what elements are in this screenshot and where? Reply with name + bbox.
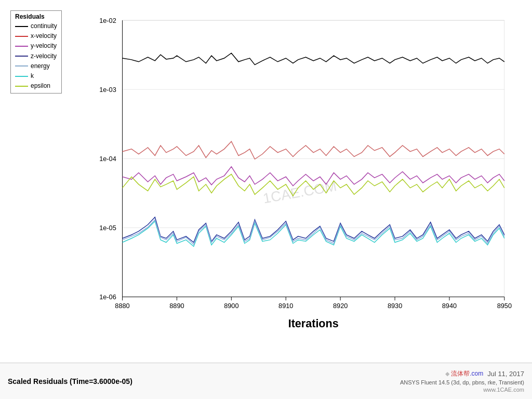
- legend-item-continuity: continuity: [15, 21, 57, 31]
- legend-line-energy: [15, 65, 28, 66]
- legend-item-z-velocity: z-velocity: [15, 51, 57, 61]
- svg-text:1e-03: 1e-03: [99, 86, 116, 94]
- svg-text:8950: 8950: [497, 302, 512, 310]
- svg-text:1e-05: 1e-05: [99, 224, 116, 232]
- svg-text:8930: 8930: [388, 302, 402, 310]
- svg-text:Iterations: Iterations: [288, 317, 339, 330]
- chart-inner: Residuals continuity x-velocity y-veloci…: [5, 5, 527, 357]
- main-container: Residuals continuity x-velocity y-veloci…: [0, 0, 532, 399]
- footer-logo-blue: .com: [470, 370, 483, 377]
- legend-line-y-velocity: [15, 46, 28, 47]
- svg-text:8910: 8910: [278, 302, 293, 310]
- legend-line-k: [15, 76, 28, 77]
- chart-area: Residuals continuity x-velocity y-veloci…: [0, 0, 532, 363]
- legend-item-x-velocity: x-velocity: [15, 31, 57, 41]
- svg-text:8940: 8940: [442, 302, 457, 310]
- footer-title: Scaled Residuals (Time=3.6000e-05): [8, 377, 132, 385]
- legend-line-epsilon: [15, 86, 28, 87]
- footer-logo-watermark: ◆ 流体帮.com: [445, 369, 483, 378]
- footer-ansys: ANSYS Fluent 14.5 (3d, dp, pbns, rke, Tr…: [400, 379, 524, 385]
- legend-title: Residuals: [15, 13, 57, 20]
- svg-text:8890: 8890: [169, 302, 184, 310]
- legend-line-z-velocity: [15, 56, 28, 57]
- svg-text:1e-06: 1e-06: [99, 294, 116, 301]
- footer-date: Jul 11, 2017: [487, 370, 524, 378]
- svg-text:8920: 8920: [333, 302, 348, 310]
- legend-item-epsilon: epsilon: [15, 81, 57, 91]
- legend: Residuals continuity x-velocity y-veloci…: [10, 10, 62, 94]
- svg-text:8880: 8880: [115, 302, 129, 310]
- footer-logo-red: 流体帮: [451, 370, 470, 377]
- svg-text:8900: 8900: [224, 302, 238, 310]
- svg-text:1e-04: 1e-04: [99, 155, 116, 163]
- svg-text:1e-02: 1e-02: [99, 17, 116, 24]
- chart-svg: 1e-02 1e-03 1e-04 1e-05 1e-06 8880 8890: [5, 5, 527, 357]
- footer: Scaled Residuals (Time=3.6000e-05) ◆ 流体帮…: [0, 363, 532, 399]
- legend-line-x-velocity: [15, 36, 28, 37]
- legend-line-continuity: [15, 26, 28, 27]
- legend-item-k: k: [15, 71, 57, 81]
- legend-item-energy: energy: [15, 61, 57, 71]
- footer-website: www.1CAE.com: [483, 387, 524, 393]
- legend-item-y-velocity: y-velocity: [15, 41, 57, 51]
